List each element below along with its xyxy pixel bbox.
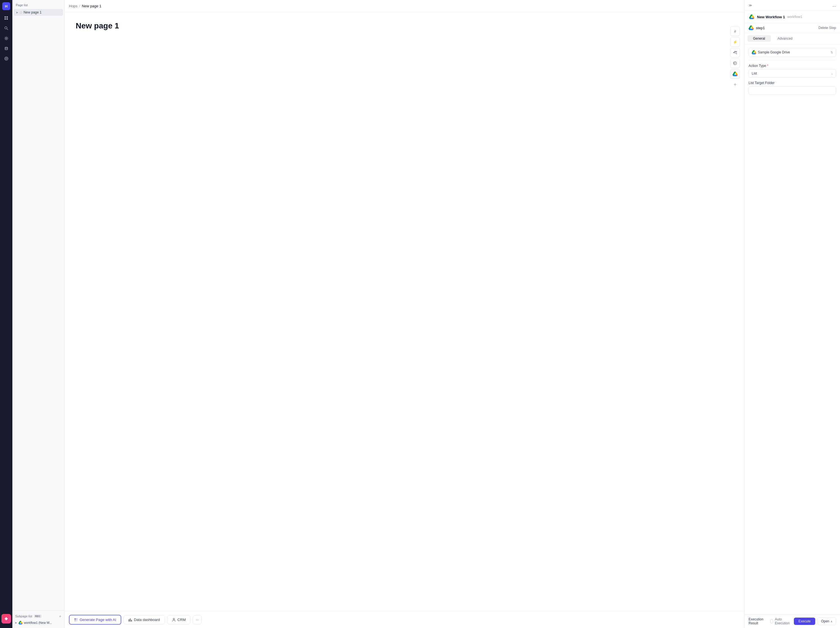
main-content: Hops / New page 1 New page 1 # ⚡ — [65, 0, 744, 628]
delete-step-button[interactable]: Delete Step — [818, 26, 836, 30]
data-dashboard-button[interactable]: Data dashboard — [123, 615, 165, 624]
auto-execution-checkbox[interactable] — [770, 619, 773, 623]
svg-point-9 — [6, 58, 7, 59]
sidebar-header: Page list — [13, 0, 64, 9]
panel-content: Sample Google Drive ⇅ Action Type * List… — [745, 44, 840, 614]
svg-rect-20 — [130, 619, 131, 622]
required-star: * — [767, 64, 768, 68]
open-button[interactable]: Open ∧ — [818, 617, 836, 625]
crm-button[interactable]: CRM — [167, 615, 191, 624]
crm-icon — [172, 618, 176, 622]
subpage-item-workflow1[interactable]: ▶ workflow1 (New W... — [13, 620, 64, 626]
tab-advanced[interactable]: Advanced — [772, 35, 798, 42]
hashtag-icon: # — [734, 29, 736, 33]
subpage-item-label: workflow1 (New W... — [24, 621, 52, 624]
svg-rect-21 — [131, 620, 132, 622]
svg-rect-18 — [76, 620, 77, 621]
sidebar-item-label: New page 1 — [24, 10, 42, 14]
subpage-title: Subpage list — [15, 614, 32, 618]
expand-icon[interactable]: ≫ — [748, 3, 752, 7]
generate-page-label: Generate Page with AI — [80, 618, 116, 622]
svg-rect-0 — [5, 16, 6, 18]
subpage-add-button[interactable]: + — [59, 614, 61, 619]
workflow-subtitle: workflow1 — [787, 15, 802, 19]
auto-execution-label: Auto Execution — [775, 617, 792, 625]
panel-bottom-bar: Execution Result Auto Execution Execute … — [745, 614, 840, 628]
database-nav-icon[interactable] — [2, 44, 11, 53]
page-title: New page 1 — [76, 21, 733, 30]
google-drive-selector[interactable]: Sample Google Drive ⇅ — [748, 48, 836, 57]
google-drive-row-left: Sample Google Drive — [752, 50, 790, 55]
breadcrumb-parent[interactable]: Hops — [69, 4, 77, 8]
svg-point-6 — [6, 38, 7, 39]
hashtag-toolbar-button[interactable]: # — [730, 27, 740, 36]
breadcrumb-current: New page 1 — [82, 4, 101, 8]
lightning-toolbar-button[interactable]: ⚡ — [730, 37, 740, 47]
hype-logo[interactable] — [2, 614, 11, 623]
puzzle-nav-icon[interactable] — [2, 54, 11, 63]
gdrive-toolbar-button[interactable] — [730, 69, 740, 79]
sidebar: Page list ▶ □ New page 1 Subpage list RE… — [13, 0, 65, 628]
lightning-icon: ⚡ — [733, 40, 737, 44]
list-target-folder-field: List Target Folder — [748, 81, 836, 95]
step-left: step1 — [748, 25, 765, 30]
add-toolbar-button[interactable]: + — [730, 80, 740, 90]
breadcrumb: Hops / New page 1 — [65, 0, 744, 13]
svg-line-5 — [7, 29, 8, 30]
search-nav-icon[interactable] — [2, 24, 11, 33]
history-toolbar-button[interactable] — [730, 58, 740, 68]
list-target-folder-input[interactable] — [748, 86, 836, 95]
svg-rect-17 — [74, 620, 76, 621]
svg-point-10 — [736, 51, 737, 52]
crm-label: CRM — [177, 618, 186, 622]
gdrive-selector-chevron: ⇅ — [831, 50, 833, 54]
page-icon: □ — [20, 11, 22, 14]
history-icon — [733, 61, 737, 65]
right-panel: ≫ ... New Workflow 1 workflow1 — [744, 0, 840, 628]
panel-header: ≫ ... — [745, 0, 840, 11]
execute-button[interactable]: Execute — [794, 618, 815, 625]
page-canvas: New page 1 # ⚡ — [65, 13, 744, 611]
svg-rect-2 — [5, 18, 6, 20]
workflow-icon-svg — [749, 14, 754, 19]
icon-bar: H — [0, 0, 13, 628]
workflow-title-row: New Workflow 1 workflow1 — [745, 11, 840, 23]
action-type-select-wrapper: List Upload Download Delete ⌄ — [748, 69, 836, 77]
rec-badge: REC — [34, 614, 42, 618]
more-icon: ··· — [196, 618, 199, 622]
app-logo[interactable]: H — [2, 2, 10, 10]
step-label: step1 — [756, 26, 765, 30]
bottom-bar: Generate Page with AI Data dashboard CRM… — [65, 611, 744, 628]
data-dashboard-label: Data dashboard — [134, 618, 160, 622]
tab-general[interactable]: General — [747, 35, 771, 42]
step-gdrive-icon — [748, 25, 754, 30]
svg-rect-15 — [74, 619, 76, 620]
settings-nav-icon[interactable] — [2, 34, 11, 43]
share-toolbar-button[interactable] — [730, 48, 740, 57]
open-chevron-icon: ∧ — [831, 620, 832, 623]
more-actions-button[interactable]: ··· — [193, 615, 202, 624]
step-row: step1 Delete Step — [745, 23, 840, 33]
svg-point-11 — [736, 54, 737, 54]
sidebar-item-new-page-1[interactable]: ▶ □ New page 1 — [14, 9, 63, 16]
subpage-header: Subpage list REC + — [13, 613, 64, 620]
panel-more-icon[interactable]: ... — [832, 3, 836, 8]
subpage-section: Subpage list REC + ▶ workflow1 (New W... — [13, 610, 64, 628]
svg-point-7 — [5, 47, 8, 48]
svg-rect-1 — [6, 16, 8, 18]
svg-point-8 — [5, 57, 8, 60]
svg-rect-16 — [76, 619, 77, 620]
auto-execution-row: Auto Execution — [770, 617, 792, 625]
action-type-select[interactable]: List Upload Download Delete — [748, 69, 836, 77]
gdrive-toolbar-icon — [733, 71, 737, 77]
svg-point-4 — [5, 27, 7, 29]
tabs-row: General Advanced — [745, 33, 840, 44]
execution-result-tab[interactable]: Execution Result — [748, 617, 768, 625]
generate-page-button[interactable]: Generate Page with AI — [69, 615, 121, 625]
list-target-folder-label: List Target Folder — [748, 81, 836, 85]
share-icon — [733, 50, 737, 55]
svg-rect-3 — [6, 18, 8, 20]
action-type-field: Action Type * List Upload Download Delet… — [748, 64, 836, 77]
subpage-chevron-icon: ▶ — [15, 621, 17, 624]
pages-icon[interactable] — [2, 14, 11, 22]
